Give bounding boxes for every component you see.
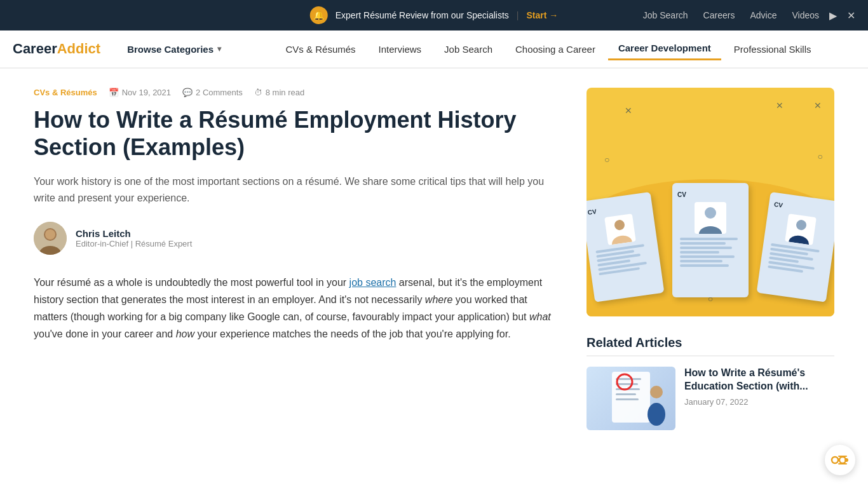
related-article-card[interactable]: How to Write a Résumé's Education Sectio…: [587, 367, 834, 430]
related-article-title[interactable]: How to Write a Résumé's Education Sectio…: [684, 367, 834, 393]
cv-photo-1: [604, 214, 636, 245]
svg-point-4: [614, 219, 625, 231]
banner-nav-job-search[interactable]: Job Search: [643, 10, 688, 20]
site-logo[interactable]: CareerAddict: [13, 41, 100, 57]
browse-categories-button[interactable]: Browse Categories ▾: [119, 39, 229, 60]
svg-point-9: [796, 219, 807, 231]
nav-links: CVs & Résumés Interviews Job Search Choo…: [241, 37, 855, 60]
cv-card-1: CV: [587, 192, 664, 302]
author-role: Editor-in-Chief | Résumé Expert: [76, 239, 192, 248]
nav-interviews[interactable]: Interviews: [369, 39, 432, 60]
article-comments: 💬 2 Comments: [182, 88, 243, 97]
job-search-link[interactable]: job search: [349, 277, 397, 288]
nav-professional-skills[interactable]: Professional Skills: [724, 39, 822, 60]
svg-point-5: [611, 234, 634, 245]
promo-text: Expert Résumé Review from our Specialist…: [336, 10, 509, 20]
chevron-down-icon: ▾: [217, 44, 221, 53]
cv-line: [680, 242, 726, 245]
nav-job-search[interactable]: Job Search: [434, 39, 503, 60]
related-thumb-svg: [587, 367, 675, 430]
body-italic-how: how: [176, 329, 194, 339]
related-article-date: January 07, 2022: [684, 397, 834, 407]
cv-label-3: CV: [773, 201, 783, 209]
banner-promo: 🔔 Expert Résumé Review from our Speciali…: [310, 6, 559, 24]
body-italic-where: where: [425, 294, 453, 305]
cv-label-1: CV: [587, 208, 597, 216]
cv-line: [680, 238, 738, 240]
svg-point-3: [45, 229, 55, 240]
banner-nav-advice[interactable]: Advice: [750, 10, 776, 20]
author-block: Chris Leitch Editor-in-Chief | Résumé Ex…: [34, 222, 561, 255]
deco-x-5: ○: [818, 151, 823, 161]
top-banner: 🔔 Expert Résumé Review from our Speciali…: [0, 0, 868, 30]
body-text-start: Your résumé as a whole is undoubtedly th…: [34, 277, 349, 288]
svg-rect-12: [616, 378, 641, 380]
clock-icon: ⏱: [254, 88, 262, 97]
cv-lines-1: [593, 241, 656, 277]
search-icon[interactable]: ▶: [829, 10, 837, 22]
author-info: Chris Leitch Editor-in-Chief | Résumé Ex…: [76, 228, 192, 248]
related-articles-title: Related Articles: [587, 336, 834, 356]
article-date: 📅 Nov 19, 2021: [109, 88, 171, 97]
banner-right: Job Search Careers Advice Videos ▶ ✕: [643, 10, 855, 22]
author-name: Chris Leitch: [76, 228, 192, 239]
cv-line: [680, 251, 719, 254]
article-meta: CVs & Résumés 📅 Nov 19, 2021 💬 2 Comment…: [34, 88, 561, 97]
close-icon[interactable]: ✕: [847, 10, 855, 22]
hero-image: ✕ ✕ ✕ ○ ○ ✕ ✕ ○ CV: [587, 88, 834, 316]
author-avatar-svg: [34, 222, 67, 255]
author-avatar: [34, 222, 67, 255]
related-articles: Related Articles: [587, 336, 834, 430]
svg-point-6: [705, 207, 716, 219]
cv-card-2: CV: [672, 183, 749, 297]
cv-card-3: CV: [757, 192, 834, 302]
cv-line: [680, 255, 735, 258]
banner-nav-videos[interactable]: Videos: [792, 10, 819, 20]
nav-choosing-career[interactable]: Choosing a Career: [505, 39, 606, 60]
article-read-time: ⏱ 8 min read: [254, 88, 304, 97]
cv-lines-3: [765, 241, 828, 277]
related-article-info: How to Write a Résumé's Education Sectio…: [684, 367, 834, 407]
article-title: How to Write a Résumé Employment History…: [34, 106, 561, 161]
svg-rect-8: [706, 219, 715, 224]
cv-label-2: CV: [677, 191, 686, 198]
svg-point-7: [699, 226, 722, 234]
deco-x-1: ✕: [625, 105, 632, 116]
bell-icon: 🔔: [310, 6, 328, 24]
deco-x-4: ○: [604, 154, 609, 165]
main-navigation: CareerAddict Browse Categories ▾ CVs & R…: [0, 30, 868, 69]
cv-photo-2: [695, 202, 726, 234]
nav-career-development[interactable]: Career Development: [608, 37, 721, 60]
svg-point-19: [648, 403, 665, 426]
banner-separator: |: [517, 10, 519, 20]
deco-x-2: ✕: [776, 100, 783, 111]
cv-photo-3: [785, 214, 817, 245]
body-italic-what: what: [529, 311, 551, 322]
svg-point-18: [650, 386, 663, 398]
cv-line: [680, 260, 722, 262]
article-category[interactable]: CVs & Résumés: [34, 88, 97, 97]
banner-start-link[interactable]: Start →: [526, 10, 558, 20]
nav-cvs-resumes[interactable]: CVs & Résumés: [276, 39, 366, 60]
body-text-end2: your experience matches the needs of the…: [194, 329, 511, 339]
banner-nav: Job Search Careers Advice Videos: [643, 10, 819, 20]
deco-x-3: ✕: [814, 100, 822, 111]
article-container: CVs & Résumés 📅 Nov 19, 2021 💬 2 Comment…: [8, 69, 860, 443]
article-main: CVs & Résumés 📅 Nov 19, 2021 💬 2 Comment…: [34, 88, 561, 430]
article-intro: Your work history is one of the most imp…: [34, 173, 561, 206]
body-text-end: you've done in your career and: [34, 329, 176, 339]
article-sidebar: ✕ ✕ ✕ ○ ○ ✕ ✕ ○ CV: [587, 88, 834, 430]
cv-line: [680, 264, 729, 267]
article-body: Your résumé as a whole is undoubtedly th…: [34, 274, 561, 343]
svg-point-10: [787, 234, 810, 245]
cv-cards-container: CV: [595, 183, 826, 297]
calendar-icon: 📅: [109, 88, 119, 97]
cv-lines-2: [677, 236, 743, 268]
svg-rect-16: [616, 398, 639, 400]
banner-nav-careers[interactable]: Careers: [703, 10, 735, 20]
comment-icon: 💬: [182, 88, 193, 97]
svg-rect-13: [616, 383, 638, 385]
related-thumb: [587, 367, 675, 430]
cv-line: [680, 247, 732, 249]
svg-rect-15: [616, 393, 636, 395]
